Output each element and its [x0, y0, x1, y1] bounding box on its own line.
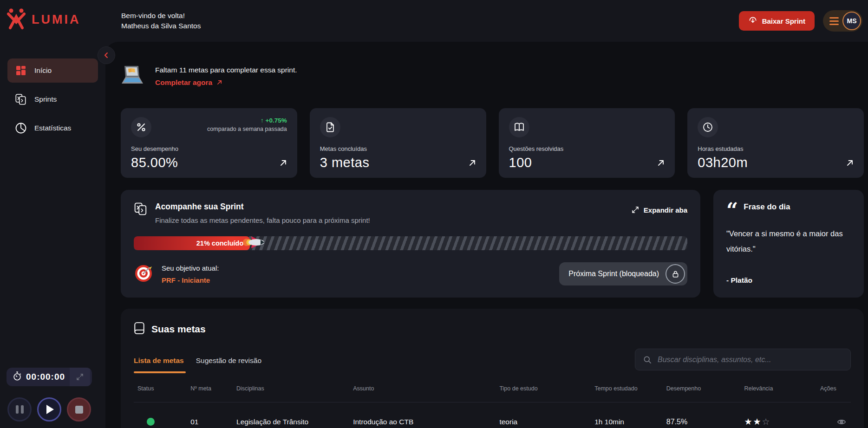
search-box[interactable] [635, 349, 851, 370]
book-icon [134, 322, 145, 337]
progress-fill: 21% concluído [134, 236, 250, 250]
grid-icon [15, 65, 27, 77]
stat-open-arrow-icon[interactable] [468, 158, 477, 169]
stat-open-arrow-icon[interactable] [656, 158, 666, 169]
tab-sugesta-o-de-revisa-o[interactable]: Sugestão de revisão [196, 357, 261, 373]
timer-expand-button[interactable] [70, 368, 90, 386]
view-row-button[interactable] [820, 417, 847, 427]
sidebar-item-inicio[interactable]: Início [7, 58, 98, 83]
lock-icon [666, 264, 685, 284]
goals-title: Suas metas [151, 324, 206, 335]
column-header: Tempo estudado [591, 374, 663, 402]
expand-tab-button[interactable]: Expandir aba [631, 206, 687, 214]
sidebar-item-label: Estatísticas [34, 124, 71, 132]
sidebar-collapse-button[interactable] [98, 46, 115, 64]
next-sprint-button[interactable]: Próxima Sprint (bloqueada) [559, 262, 687, 285]
stat-label: Horas estudadas [698, 145, 854, 152]
search-input[interactable] [658, 356, 843, 364]
tempo-estudado: 1h 10min [591, 402, 663, 428]
target-icon [134, 263, 154, 285]
welcome-line1: Bem-vindo de volta! [121, 11, 201, 21]
sprints-icon [134, 202, 148, 218]
stat-label: Questões resolvidas [509, 145, 665, 152]
column-header: Tipo de estudo [496, 374, 591, 402]
stat-value: 85.00% [131, 155, 287, 170]
download-icon [748, 16, 757, 26]
status-dot [147, 418, 155, 426]
sidebar-item-estatisticas[interactable]: Estatísticas [7, 116, 98, 140]
stat-card: Questões resolvidas100 [499, 108, 675, 178]
desempenho: 87.5% [663, 402, 741, 428]
clock-icon [698, 117, 718, 137]
column-header: Status [134, 374, 187, 402]
sidebar-nav: InícioSprintsEstatísticas [0, 58, 105, 140]
lumia-logo-icon [6, 7, 27, 32]
welcome-text: Bem-vindo de volta! Matheus da Silva San… [121, 11, 201, 32]
sprint-card-subtitle: Finalize todas as metas pendentes, falta… [155, 216, 370, 224]
sidebar: LUMIA InícioSprintsEstatísticas 00:00:00 [0, 0, 105, 428]
user-menu[interactable]: MS [823, 10, 862, 32]
stat-card: Metas concluídas3 metas [310, 108, 486, 178]
stat-value: 100 [509, 155, 665, 170]
banner-message: Faltam 11 metas para completar essa spri… [155, 66, 297, 74]
column-header: Disciplinas [233, 374, 349, 402]
sidebar-item-label: Início [34, 66, 52, 75]
pause-button[interactable] [7, 397, 32, 422]
column-header: Assunto [349, 374, 496, 402]
sprints-icon [15, 93, 27, 105]
expand-icon [631, 206, 640, 214]
relevance-stars: ★★☆ [744, 417, 771, 427]
complete-now-link[interactable]: Completar agora [155, 78, 297, 87]
stat-value: 03h20m [698, 155, 854, 170]
assunto: Introdução ao CTB [349, 402, 496, 428]
meta-number: 01 [187, 402, 233, 428]
column-header: Desempenho [663, 374, 741, 402]
goals-tabs: Lista de metasSugestão de revisão [134, 357, 261, 373]
open-book-icon [509, 117, 529, 137]
document-check-icon [320, 117, 340, 137]
sprint-progress-card: Acompanhe sua Sprint Finalize todas as m… [121, 190, 700, 298]
percent-icon [131, 117, 151, 137]
sprint-progress-bar: 21% concluído [134, 236, 687, 250]
stat-label: Seu desempenho [131, 145, 287, 152]
sidebar-item-sprints[interactable]: Sprints [7, 87, 98, 111]
delta-note: comparado a semana passada [207, 126, 287, 132]
disciplina: Legislação de Trânsito [233, 402, 349, 428]
main-content: Faltam 11 metas para completar essa spri… [105, 42, 868, 428]
play-icon [46, 405, 54, 414]
column-header: Ações [816, 374, 851, 402]
download-sprint-button[interactable]: Baixar Sprint [739, 11, 815, 31]
progress-label: 21% concluído [196, 240, 244, 247]
play-button[interactable] [37, 397, 61, 422]
arrow-up-right-icon [216, 79, 223, 86]
stat-card: Horas estudadas03h20m [687, 108, 864, 178]
top-bar: Bem-vindo de volta! Matheus da Silva San… [105, 0, 868, 42]
objective-value: PRF - Iniciante [162, 276, 219, 284]
table-row[interactable]: 01Legislação de TrânsitoIntrodução ao CT… [134, 402, 851, 428]
chevron-left-icon [102, 51, 111, 59]
timer-value: 00:00:00 [26, 372, 65, 382]
study-timer: 00:00:00 [7, 368, 92, 386]
stat-delta: ↑ +0.75%comparado a semana passada [207, 117, 287, 132]
quote-title: Frase do dia [744, 202, 790, 212]
stop-icon [75, 406, 83, 414]
objective-label: Seu objetivo atual: [162, 264, 219, 272]
tab-lista-de-metas[interactable]: Lista de metas [134, 357, 184, 373]
search-icon [643, 355, 652, 364]
tipo-de-estudo: teoria [496, 402, 591, 428]
stat-open-arrow-icon[interactable] [279, 158, 288, 169]
sidebar-timer-section: 00:00:00 [0, 368, 105, 428]
stat-open-arrow-icon[interactable] [845, 158, 855, 169]
stopwatch-icon [12, 371, 22, 383]
column-header: Relevância [741, 374, 817, 402]
sprint-card-title: Acompanhe sua Sprint [155, 202, 370, 212]
delta-value: ↑ +0.75% [207, 117, 287, 124]
stat-card: ↑ +0.75%comparado a semana passadaSeu de… [121, 108, 297, 178]
goals-table: StatusNº metaDisciplinasAssuntoTipo de e… [134, 374, 851, 428]
stop-button[interactable] [67, 397, 91, 422]
sidebar-item-label: Sprints [34, 95, 57, 104]
quote-author: - Platão [726, 276, 851, 286]
quote-icon: “ [726, 205, 738, 217]
quote-text: "Vencer a si mesmo é a maior das vitória… [726, 226, 851, 256]
app-logo[interactable]: LUMIA [0, 0, 105, 32]
